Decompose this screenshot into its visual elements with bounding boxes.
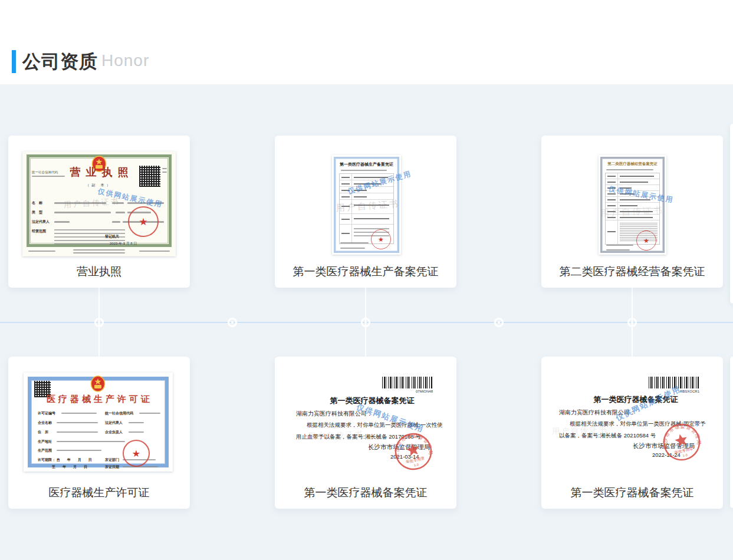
issue-date-label: 发证日期 — [105, 465, 119, 469]
timeline-node — [494, 318, 504, 327]
display-only-watermark: 仅供网站展示使用 — [355, 401, 425, 434]
card-caption: 第二类医疗器械经营备案凭证 — [541, 264, 723, 279]
timeline-node — [228, 318, 237, 327]
field-label: 生产地址 — [38, 440, 52, 444]
user-upload-watermark: 用户自传证书 — [308, 429, 365, 442]
qr-side-text — [162, 168, 167, 169]
qr-side-text — [162, 172, 167, 173]
registry-label: 登记机关 — [105, 235, 119, 239]
permit-seal: ★ — [123, 440, 150, 467]
record-seal: ★ — [636, 230, 656, 251]
svg-text:1-3: 1-3 — [413, 463, 419, 467]
carousel-partial-next-card[interactable] — [730, 357, 733, 508]
card-caption: 营业执照 — [8, 264, 190, 279]
field-label: 企业负责人 — [105, 430, 123, 434]
term-line: 许可期限： 自 年 月 日 — [38, 458, 92, 462]
issuer-label: 发证部门 — [105, 458, 119, 462]
registry-seal: ★ — [128, 206, 159, 237]
barcode-code: 07MION48 — [382, 390, 433, 394]
field-label: 企业名称 — [38, 421, 52, 425]
card-caption: 医疗器械生产许可证 — [8, 485, 190, 500]
permit-title: 医疗器械生产许可证 — [24, 394, 173, 404]
section-header: 公司资质 Honor — [0, 0, 733, 84]
field-label: 住 所 — [38, 430, 48, 434]
approval-seal: 长沙市市场监督管理局 审批专用章 1-3 — [390, 429, 436, 475]
accent-bar — [12, 50, 16, 73]
company-honor-page: 公司资质 Honor 统一社会信用代码 营业执照 （副 本） 名 — [0, 0, 733, 560]
field-label: 法定代表人 — [32, 220, 50, 224]
field-label: 生产范围 — [38, 449, 52, 453]
record-seal: ★ — [371, 229, 391, 249]
license-date: 2023 年 3 月 8 日 — [110, 242, 137, 246]
field-label: 法定代表人 — [105, 421, 123, 425]
field-label: 名 称 — [32, 201, 42, 205]
svg-text:1-3: 1-3 — [682, 453, 688, 457]
term-line: 至 年 月 日 — [52, 465, 87, 469]
certificate-title: 第一类医疗器械生产备案凭证 — [332, 162, 401, 167]
timeline-node — [627, 318, 637, 327]
field-label: 经营范围 — [32, 229, 46, 233]
card-caption: 第一类医疗器械生产备案凭证 — [275, 264, 456, 279]
card-caption: 第一类医疗器械备案凭证 — [275, 485, 456, 500]
carousel-partial-next-card[interactable] — [730, 124, 733, 304]
qualification-card-business-license[interactable]: 统一社会信用代码 营业执照 （副 本） 名 称 类 型 法定代表人 经营范围 ★… — [8, 136, 190, 288]
field-label: 统一社会信用代码 — [105, 411, 133, 416]
certificate-title: 第二类医疗器械经营备案凭证 — [599, 162, 666, 166]
card-caption: 第一类医疗器械备案凭证 — [541, 485, 723, 500]
timeline-node — [94, 318, 104, 327]
qualification-card-operation-record[interactable]: 第二类医疗器械经营备案凭证 ★ 仅供网站展示使用 用户自传证书 第二类医疗器械经… — [541, 136, 723, 288]
record-title: 第一类医疗器械备案凭证 — [574, 396, 698, 404]
national-emblem-icon — [90, 375, 106, 393]
page-subtitle: Honor — [101, 51, 149, 70]
qualification-card-device-record-1[interactable]: 07MION48 第一类医疗器械备案凭证 湖南力宾医疗科技有限公司： 根据相关法… — [275, 357, 456, 509]
qualification-card-device-record-2[interactable]: RBSXOCR1 第一类医疗器械备案凭证 湖南力宾医疗科技有限公司： 根据相关法… — [541, 357, 723, 509]
qr-code — [139, 166, 160, 187]
qualification-card-production-permit[interactable]: 医疗器械生产许可证 许可证编号 统一社会信用代码 企业名称 法定代表人 住 所 … — [8, 357, 190, 509]
timeline-node — [361, 318, 370, 327]
user-upload-watermark: 用户自传证书 — [552, 424, 609, 437]
production-permit-certificate: 医疗器械生产许可证 许可证编号 统一社会信用代码 企业名称 法定代表人 住 所 … — [24, 373, 173, 472]
page-title: 公司资质 — [22, 50, 98, 74]
field-label: 类 型 — [32, 210, 42, 215]
field-label: 许可证编号 — [38, 411, 55, 416]
barcode — [382, 377, 433, 388]
qualification-card-production-record[interactable]: 第一类医疗器械生产备案凭证 ★ 仅供网站展示使用 用户自传证书 第一类医疗器械生… — [275, 136, 456, 288]
record-title: 第一类医疗器械备案凭证 — [310, 397, 434, 405]
